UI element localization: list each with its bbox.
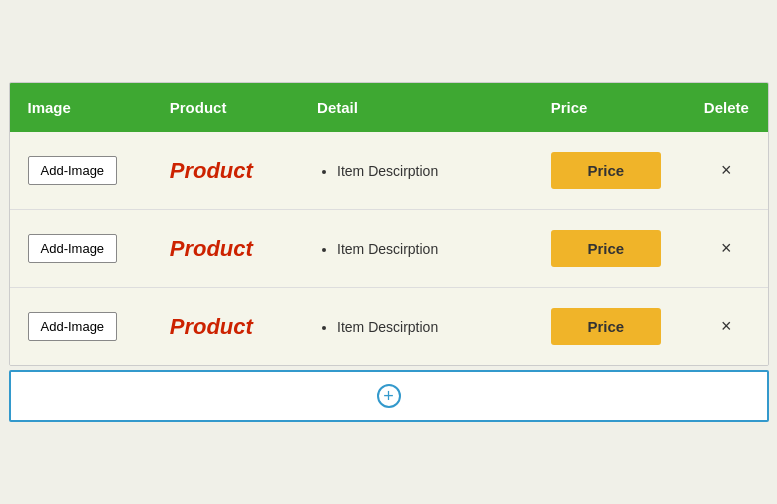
product-table: Image Product Detail Price Delete Add-Im…	[10, 83, 768, 365]
delete-cell: ×	[685, 210, 767, 288]
delete-button[interactable]: ×	[713, 312, 740, 341]
price-button[interactable]: Price	[551, 230, 661, 267]
image-cell: Add-Image	[10, 288, 152, 366]
header-product: Product	[152, 83, 299, 132]
table-row: Add-Image Product Item Descirption Price…	[10, 210, 768, 288]
table-row: Add-Image Product Item Descirption Price…	[10, 132, 768, 210]
price-button[interactable]: Price	[551, 152, 661, 189]
table-row: Add-Image Product Item Descirption Price…	[10, 288, 768, 366]
delete-button[interactable]: ×	[713, 234, 740, 263]
detail-item: Item Descirption	[337, 241, 515, 257]
add-image-button[interactable]: Add-Image	[28, 156, 118, 185]
product-label: Product	[170, 314, 253, 339]
page-container: Image Product Detail Price Delete Add-Im…	[9, 82, 769, 422]
table-wrapper: Image Product Detail Price Delete Add-Im…	[9, 82, 769, 366]
detail-list: Item Descirption	[317, 241, 515, 257]
add-row-wrapper: +	[9, 370, 769, 422]
circle-plus-icon: +	[377, 384, 401, 408]
price-cell: Price	[533, 288, 685, 366]
image-cell: Add-Image	[10, 210, 152, 288]
delete-cell: ×	[685, 132, 767, 210]
detail-list: Item Descirption	[317, 163, 515, 179]
product-cell: Product	[152, 288, 299, 366]
detail-cell: Item Descirption	[299, 132, 533, 210]
detail-item: Item Descirption	[337, 319, 515, 335]
delete-button[interactable]: ×	[713, 156, 740, 185]
detail-cell: Item Descirption	[299, 210, 533, 288]
delete-cell: ×	[685, 288, 767, 366]
product-cell: Product	[152, 210, 299, 288]
detail-list: Item Descirption	[317, 319, 515, 335]
product-label: Product	[170, 158, 253, 183]
detail-cell: Item Descirption	[299, 288, 533, 366]
header-price: Price	[533, 83, 685, 132]
add-image-button[interactable]: Add-Image	[28, 234, 118, 263]
header-delete: Delete	[685, 83, 767, 132]
add-image-button[interactable]: Add-Image	[28, 312, 118, 341]
price-button[interactable]: Price	[551, 308, 661, 345]
product-cell: Product	[152, 132, 299, 210]
header-detail: Detail	[299, 83, 533, 132]
header-image: Image	[10, 83, 152, 132]
add-row-button[interactable]: +	[11, 372, 767, 420]
price-cell: Price	[533, 132, 685, 210]
detail-item: Item Descirption	[337, 163, 515, 179]
price-cell: Price	[533, 210, 685, 288]
image-cell: Add-Image	[10, 132, 152, 210]
product-label: Product	[170, 236, 253, 261]
header-row: Image Product Detail Price Delete	[10, 83, 768, 132]
